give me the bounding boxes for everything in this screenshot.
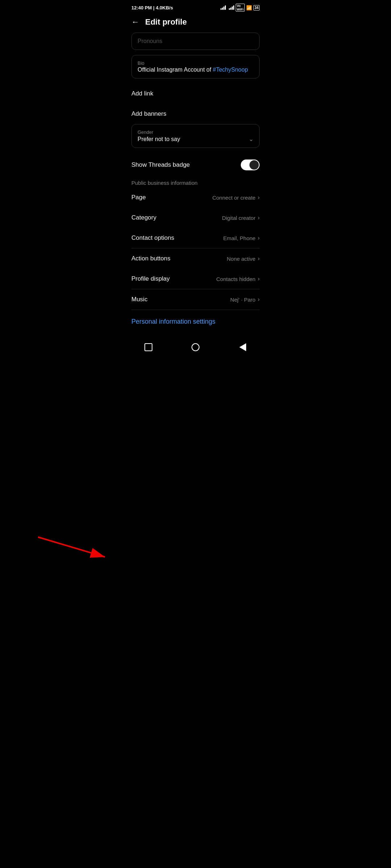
page-item[interactable]: Page Connect or create › [131, 187, 260, 208]
triangle-icon [239, 343, 246, 351]
page-title: Edit profile [145, 17, 187, 27]
add-link-label: Add link [131, 90, 153, 97]
page-label: Page [131, 194, 146, 201]
add-banners-label: Add banners [131, 110, 166, 118]
status-time: 12:40 PM | 4.0KB/s [131, 5, 173, 10]
signal-icon-1 [220, 5, 226, 10]
music-chevron-icon: › [258, 296, 260, 303]
bio-text-highlight: #TechySnoop [213, 67, 248, 73]
action-buttons-chevron-icon: › [258, 255, 260, 262]
action-buttons-value: None active [227, 256, 255, 262]
status-bar: 12:40 PM | 4.0KB/s VoWiFi 📶 34 [125, 0, 266, 14]
personal-info-link[interactable]: Personal information settings [131, 310, 260, 331]
add-banners-item[interactable]: Add banners [131, 104, 260, 124]
threads-badge-label: Show Threads badge [131, 161, 190, 169]
category-label: Category [131, 214, 156, 221]
category-item[interactable]: Category Digital creator › [131, 208, 260, 228]
category-right: Digital creator › [222, 214, 260, 221]
pronouns-field[interactable]: Pronouns [131, 33, 260, 50]
bio-label: Bio [138, 60, 253, 66]
page-value: Connect or create [212, 195, 255, 201]
status-icons: VoWiFi 📶 34 [220, 4, 260, 12]
square-icon [144, 343, 152, 351]
gender-field[interactable]: Gender Prefer not to say ⌄ [131, 124, 260, 148]
bio-field[interactable]: Bio Official Instagram Account of #Techy… [131, 55, 260, 78]
action-buttons-right: None active › [227, 255, 260, 262]
home-button[interactable] [189, 341, 202, 354]
page-chevron-icon: › [258, 194, 260, 201]
public-business-header: Public business information [131, 177, 260, 187]
music-label: Music [131, 296, 147, 303]
add-link-item[interactable]: Add link [131, 84, 260, 104]
back-button[interactable]: ← [131, 17, 139, 27]
bio-text-prefix: Official Instagram Account of [138, 67, 213, 73]
gender-value: Prefer not to say [138, 136, 180, 142]
action-buttons-item[interactable]: Action buttons None active › [131, 248, 260, 269]
top-nav: ← Edit profile [125, 14, 266, 33]
contact-options-value: Email, Phone [223, 235, 255, 241]
back-nav-button[interactable] [236, 341, 249, 354]
bio-value: Official Instagram Account of #TechySnoo… [138, 67, 253, 73]
profile-display-label: Profile display [131, 275, 170, 282]
bottom-nav [125, 335, 266, 361]
vo-wifi-icon: VoWiFi [236, 4, 245, 12]
gender-label: Gender [138, 129, 253, 135]
threads-badge-toggle[interactable] [241, 159, 260, 170]
action-buttons-label: Action buttons [131, 255, 171, 262]
pronouns-placeholder: Pronouns [138, 38, 163, 44]
signal-icon-2 [229, 5, 234, 10]
music-item[interactable]: Music Nej' · Paro › [131, 289, 260, 310]
contact-options-right: Email, Phone › [223, 235, 260, 241]
profile-display-item[interactable]: Profile display Contacts hidden › [131, 269, 260, 289]
wifi-icon: 📶 [246, 5, 252, 10]
contact-options-item[interactable]: Contact options Email, Phone › [131, 228, 260, 248]
music-value: Nej' · Paro [230, 297, 256, 303]
category-chevron-icon: › [258, 214, 260, 221]
page-right: Connect or create › [212, 194, 260, 201]
profile-display-right: Contacts hidden › [216, 276, 260, 282]
profile-display-value: Contacts hidden [216, 276, 255, 282]
threads-badge-row: Show Threads badge [131, 153, 260, 177]
chevron-down-icon: ⌄ [249, 136, 253, 142]
circle-icon [192, 343, 199, 351]
toggle-knob [249, 160, 259, 170]
battery-icon: 34 [253, 5, 260, 10]
contact-options-chevron-icon: › [258, 235, 260, 241]
profile-display-chevron-icon: › [258, 276, 260, 282]
contact-options-label: Contact options [131, 234, 174, 242]
recent-apps-button[interactable] [142, 341, 155, 354]
music-right: Nej' · Paro › [230, 296, 260, 303]
category-value: Digital creator [222, 215, 256, 221]
